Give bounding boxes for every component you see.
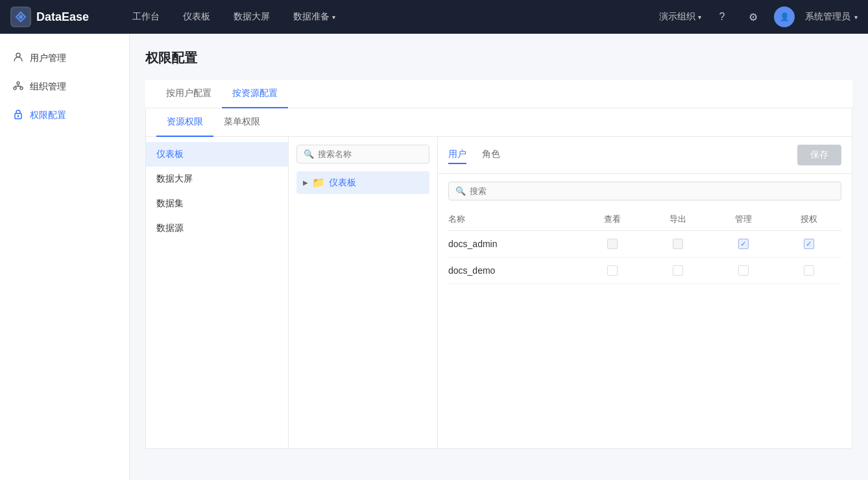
nav-workbench[interactable]: 工作台 [122, 7, 170, 27]
sub-tab-menu-perm[interactable]: 菜单权限 [213, 108, 271, 137]
col-header-name: 名称 [448, 213, 579, 225]
resource-item-dashboard[interactable]: 仪表板 [146, 142, 288, 167]
page-title: 权限配置 [145, 49, 852, 67]
sidebar-item-label: 权限配置 [30, 110, 66, 121]
row-name: docs_admin [448, 239, 579, 249]
svg-point-2 [16, 53, 20, 57]
svg-point-1 [19, 15, 23, 19]
sidebar-item-perm-config[interactable]: 权限配置 [0, 101, 129, 130]
logo-icon [10, 6, 31, 27]
help-button[interactable]: ? [712, 6, 732, 27]
sub-tabs: 资源权限 菜单权限 [146, 108, 852, 137]
chevron-down-icon: ▾ [698, 14, 701, 21]
resource-search-input[interactable] [318, 149, 427, 159]
chevron-down-icon: ▾ [854, 14, 858, 21]
app-layout: 用户管理 组织管理 权限配置 [0, 34, 868, 480]
right-search-input[interactable] [470, 186, 834, 196]
checkbox-auth[interactable] [804, 239, 814, 249]
chevron-down-icon: ▾ [332, 14, 335, 21]
lock-icon [13, 109, 23, 122]
tab-by-resource[interactable]: 按资源配置 [222, 80, 288, 108]
sidebar-item-label: 组织管理 [30, 81, 66, 93]
search-icon: 🔍 [304, 149, 314, 159]
right-tab-user[interactable]: 用户 [448, 146, 466, 164]
checkbox-view[interactable] [607, 239, 618, 249]
export-check-docs-demo [645, 265, 710, 276]
user-icon [13, 52, 23, 65]
permissions-table: 名称 查看 导出 管理 授权 docs_admin [438, 208, 852, 284]
resource-tree-panel: 🔍 ▶ 📁 仪表板 [289, 137, 438, 448]
content-panel: 资源权限 菜单权限 仪表板 数据大屏 数据集 数据源 🔍 [145, 108, 852, 449]
svg-point-5 [20, 87, 23, 90]
top-navigation: 工作台 仪表板 数据大屏 数据准备 ▾ [122, 7, 659, 27]
main-tabs: 按用户配置 按资源配置 [145, 80, 852, 108]
right-tabs: 用户 角色 [448, 146, 500, 164]
permissions-panel: 用户 角色 保存 🔍 名称 查看 导出 [438, 137, 852, 448]
avatar: 👤 [774, 6, 795, 27]
svg-point-7 [18, 115, 19, 117]
checkbox-export[interactable] [673, 239, 683, 249]
checkbox-export[interactable] [673, 265, 683, 276]
view-check-docs-admin [579, 239, 645, 249]
row-name: docs_demo [448, 265, 579, 276]
col-header-export: 导出 [645, 213, 710, 225]
org-selector[interactable]: 演示组织 ▾ [659, 11, 701, 23]
svg-point-3 [17, 82, 19, 84]
svg-point-4 [14, 87, 16, 90]
table-row: docs_admin [448, 231, 841, 258]
right-tab-role[interactable]: 角色 [482, 146, 500, 164]
app-logo[interactable]: DataEase [10, 6, 101, 27]
search-icon: 🔍 [455, 186, 466, 196]
right-panel-header: 用户 角色 保存 [438, 137, 852, 174]
resource-item-datasource[interactable]: 数据源 [146, 216, 288, 241]
org-icon [13, 80, 23, 93]
app-name: DataEase [36, 10, 89, 24]
resource-item-dataset[interactable]: 数据集 [146, 191, 288, 216]
checkbox-view[interactable] [607, 265, 618, 276]
sidebar-item-label: 用户管理 [30, 53, 66, 64]
export-check-docs-admin [645, 239, 710, 249]
auth-check-docs-admin [776, 239, 841, 249]
tree-item-dashboard[interactable]: ▶ 📁 仪表板 [296, 171, 429, 194]
view-check-docs-demo [579, 265, 645, 276]
topbar: DataEase 工作台 仪表板 数据大屏 数据准备 ▾ 演示组织 ▾ ? ⚙ … [0, 0, 868, 34]
sidebar-item-user-mgmt[interactable]: 用户管理 [0, 44, 129, 73]
resource-list: 仪表板 数据大屏 数据集 数据源 [146, 137, 289, 448]
tab-by-user[interactable]: 按用户配置 [156, 80, 222, 108]
three-column-layout: 仪表板 数据大屏 数据集 数据源 🔍 ▶ 📁 仪表板 [146, 137, 852, 448]
sub-tab-resource-perm[interactable]: 资源权限 [156, 108, 213, 137]
auth-check-docs-demo [776, 265, 841, 276]
sidebar-item-org-mgmt[interactable]: 组织管理 [0, 73, 129, 101]
right-search-box: 🔍 [448, 182, 841, 200]
resource-item-datascreen[interactable]: 数据大屏 [146, 167, 288, 191]
table-header: 名称 查看 导出 管理 授权 [448, 208, 841, 231]
main-content: 权限配置 按用户配置 按资源配置 资源权限 菜单权限 仪表板 数据大屏 数据集 … [130, 34, 868, 480]
expand-icon: ▶ [303, 179, 308, 186]
save-button[interactable]: 保存 [797, 145, 841, 165]
nav-dataprep[interactable]: 数据准备 ▾ [283, 7, 346, 27]
settings-button[interactable]: ⚙ [743, 6, 764, 27]
manage-check-docs-demo [710, 265, 776, 276]
user-menu[interactable]: 系统管理员 ▾ [805, 11, 858, 23]
nav-dashboard[interactable]: 仪表板 [173, 7, 221, 27]
tree-item-label: 仪表板 [329, 177, 356, 189]
checkbox-manage[interactable] [738, 265, 749, 276]
checkbox-auth[interactable] [804, 265, 814, 276]
col-header-auth: 授权 [776, 213, 841, 225]
sidebar: 用户管理 组织管理 权限配置 [0, 34, 130, 480]
col-header-view: 查看 [579, 213, 645, 225]
checkbox-manage[interactable] [738, 239, 749, 249]
topbar-right: 演示组织 ▾ ? ⚙ 👤 系统管理员 ▾ [659, 6, 858, 27]
manage-check-docs-admin [710, 239, 776, 249]
col-header-manage: 管理 [710, 213, 776, 225]
folder-icon: 📁 [312, 176, 325, 189]
resource-search-box: 🔍 [296, 145, 429, 163]
table-row: docs_demo [448, 258, 841, 284]
nav-datascreen[interactable]: 数据大屏 [223, 7, 280, 27]
